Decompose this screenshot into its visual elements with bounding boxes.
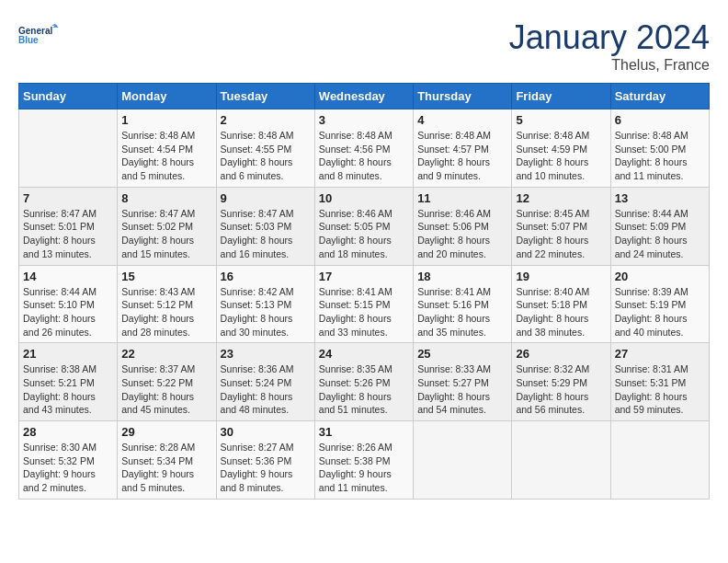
day-info: Sunrise: 8:48 AMSunset: 4:56 PMDaylight:… xyxy=(319,130,392,181)
day-number: 1 xyxy=(121,113,211,127)
svg-text:General: General xyxy=(18,26,52,36)
calendar-cell xyxy=(610,421,709,500)
calendar-cell: 22 Sunrise: 8:37 AMSunset: 5:22 PMDaylig… xyxy=(118,343,216,421)
day-info: Sunrise: 8:46 AMSunset: 5:06 PMDaylight:… xyxy=(417,208,491,259)
day-number: 17 xyxy=(319,270,409,283)
calendar-cell: 6 Sunrise: 8:48 AMSunset: 5:00 PMDayligh… xyxy=(610,109,709,188)
day-info: Sunrise: 8:40 AMSunset: 5:18 PMDaylight:… xyxy=(516,286,589,338)
calendar-cell: 24 Sunrise: 8:35 AMSunset: 5:26 PMDaylig… xyxy=(314,343,413,421)
calendar-cell: 31 Sunrise: 8:26 AMSunset: 5:38 PMDaylig… xyxy=(314,421,413,500)
day-info: Sunrise: 8:35 AMSunset: 5:26 PMDaylight:… xyxy=(319,363,392,415)
svg-text:Blue: Blue xyxy=(18,35,39,45)
svg-marker-1 xyxy=(51,24,57,26)
day-info: Sunrise: 8:47 AMSunset: 5:03 PMDaylight:… xyxy=(221,208,294,259)
calendar-cell: 18 Sunrise: 8:41 AMSunset: 5:16 PMDaylig… xyxy=(414,265,512,343)
day-info: Sunrise: 8:36 AMSunset: 5:24 PMDaylight:… xyxy=(221,363,294,415)
day-number: 26 xyxy=(516,347,606,361)
day-info: Sunrise: 8:32 AMSunset: 5:29 PMDaylight:… xyxy=(516,363,589,415)
calendar-cell: 30 Sunrise: 8:27 AMSunset: 5:36 PMDaylig… xyxy=(216,421,314,500)
day-info: Sunrise: 8:30 AMSunset: 5:32 PMDaylight:… xyxy=(23,442,97,493)
calendar-cell: 3 Sunrise: 8:48 AMSunset: 4:56 PMDayligh… xyxy=(314,109,413,188)
calendar-cell: 11 Sunrise: 8:46 AMSunset: 5:06 PMDaylig… xyxy=(414,187,512,265)
calendar-cell: 9 Sunrise: 8:47 AMSunset: 5:03 PMDayligh… xyxy=(216,187,314,265)
weekday-header: Friday xyxy=(512,84,610,109)
calendar-cell: 21 Sunrise: 8:38 AMSunset: 5:21 PMDaylig… xyxy=(19,343,118,421)
weekday-header: Monday xyxy=(118,84,216,109)
day-number: 29 xyxy=(121,425,211,439)
day-number: 24 xyxy=(319,347,409,361)
day-number: 20 xyxy=(615,270,705,283)
calendar-week-row: 28 Sunrise: 8:30 AMSunset: 5:32 PMDaylig… xyxy=(19,421,710,500)
day-number: 12 xyxy=(516,191,606,205)
day-info: Sunrise: 8:33 AMSunset: 5:27 PMDaylight:… xyxy=(417,363,491,415)
day-info: Sunrise: 8:43 AMSunset: 5:12 PMDaylight:… xyxy=(121,286,195,338)
weekday-header: Saturday xyxy=(610,84,709,109)
day-number: 2 xyxy=(221,113,311,127)
day-info: Sunrise: 8:38 AMSunset: 5:21 PMDaylight:… xyxy=(23,363,97,415)
day-info: Sunrise: 8:42 AMSunset: 5:13 PMDaylight:… xyxy=(221,286,294,338)
calendar-week-row: 1 Sunrise: 8:48 AMSunset: 4:54 PMDayligh… xyxy=(19,109,710,188)
calendar-cell xyxy=(414,421,512,500)
location-title: Thelus, France xyxy=(509,57,710,74)
logo: General Blue xyxy=(18,18,64,55)
calendar-cell: 23 Sunrise: 8:36 AMSunset: 5:24 PMDaylig… xyxy=(216,343,314,421)
calendar-cell: 1 Sunrise: 8:48 AMSunset: 4:54 PMDayligh… xyxy=(118,109,216,188)
day-number: 9 xyxy=(221,191,311,205)
calendar-cell: 15 Sunrise: 8:43 AMSunset: 5:12 PMDaylig… xyxy=(118,265,216,343)
day-info: Sunrise: 8:48 AMSunset: 4:57 PMDaylight:… xyxy=(417,130,491,181)
day-number: 23 xyxy=(221,347,311,361)
day-info: Sunrise: 8:47 AMSunset: 5:01 PMDaylight:… xyxy=(23,208,97,259)
weekday-header: Tuesday xyxy=(216,84,314,109)
calendar-week-row: 7 Sunrise: 8:47 AMSunset: 5:01 PMDayligh… xyxy=(19,187,710,265)
day-info: Sunrise: 8:45 AMSunset: 5:07 PMDaylight:… xyxy=(516,208,589,259)
day-number: 25 xyxy=(417,347,507,361)
calendar-cell: 4 Sunrise: 8:48 AMSunset: 4:57 PMDayligh… xyxy=(414,109,512,188)
logo-svg: General Blue xyxy=(18,18,64,55)
day-info: Sunrise: 8:31 AMSunset: 5:31 PMDaylight:… xyxy=(615,363,688,415)
day-info: Sunrise: 8:27 AMSunset: 5:36 PMDaylight:… xyxy=(221,442,294,493)
day-number: 31 xyxy=(319,425,409,439)
title-area: January 2024 Thelus, France xyxy=(509,18,710,74)
day-info: Sunrise: 8:41 AMSunset: 5:16 PMDaylight:… xyxy=(417,286,491,338)
day-number: 8 xyxy=(121,191,211,205)
weekday-header-row: SundayMondayTuesdayWednesdayThursdayFrid… xyxy=(19,84,710,109)
calendar-cell: 28 Sunrise: 8:30 AMSunset: 5:32 PMDaylig… xyxy=(19,421,118,500)
day-info: Sunrise: 8:39 AMSunset: 5:19 PMDaylight:… xyxy=(615,286,688,338)
day-number: 18 xyxy=(417,270,507,283)
day-info: Sunrise: 8:46 AMSunset: 5:05 PMDaylight:… xyxy=(319,208,392,259)
day-number: 3 xyxy=(319,113,409,127)
day-number: 28 xyxy=(23,425,113,439)
calendar-cell xyxy=(19,109,118,188)
calendar-cell: 25 Sunrise: 8:33 AMSunset: 5:27 PMDaylig… xyxy=(414,343,512,421)
calendar-cell: 10 Sunrise: 8:46 AMSunset: 5:05 PMDaylig… xyxy=(314,187,413,265)
day-info: Sunrise: 8:44 AMSunset: 5:10 PMDaylight:… xyxy=(23,286,97,338)
day-number: 15 xyxy=(121,270,211,283)
weekday-header: Sunday xyxy=(19,84,118,109)
calendar-cell: 26 Sunrise: 8:32 AMSunset: 5:29 PMDaylig… xyxy=(512,343,610,421)
day-info: Sunrise: 8:47 AMSunset: 5:02 PMDaylight:… xyxy=(121,208,195,259)
calendar-week-row: 14 Sunrise: 8:44 AMSunset: 5:10 PMDaylig… xyxy=(19,265,710,343)
day-number: 7 xyxy=(23,191,113,205)
weekday-header: Thursday xyxy=(414,84,512,109)
day-number: 16 xyxy=(221,270,311,283)
day-info: Sunrise: 8:48 AMSunset: 5:00 PMDaylight:… xyxy=(615,130,688,181)
calendar-cell: 29 Sunrise: 8:28 AMSunset: 5:34 PMDaylig… xyxy=(118,421,216,500)
weekday-header: Wednesday xyxy=(314,84,413,109)
calendar-cell: 7 Sunrise: 8:47 AMSunset: 5:01 PMDayligh… xyxy=(19,187,118,265)
day-info: Sunrise: 8:28 AMSunset: 5:34 PMDaylight:… xyxy=(121,442,195,493)
calendar-cell xyxy=(512,421,610,500)
day-number: 30 xyxy=(221,425,311,439)
calendar-cell: 5 Sunrise: 8:48 AMSunset: 4:59 PMDayligh… xyxy=(512,109,610,188)
day-info: Sunrise: 8:41 AMSunset: 5:15 PMDaylight:… xyxy=(319,286,392,338)
day-info: Sunrise: 8:48 AMSunset: 4:59 PMDaylight:… xyxy=(516,130,589,181)
calendar-cell: 14 Sunrise: 8:44 AMSunset: 5:10 PMDaylig… xyxy=(19,265,118,343)
day-info: Sunrise: 8:48 AMSunset: 4:55 PMDaylight:… xyxy=(221,130,294,181)
day-info: Sunrise: 8:44 AMSunset: 5:09 PMDaylight:… xyxy=(615,208,688,259)
day-number: 11 xyxy=(417,191,507,205)
day-number: 6 xyxy=(615,113,705,127)
calendar-cell: 20 Sunrise: 8:39 AMSunset: 5:19 PMDaylig… xyxy=(610,265,709,343)
calendar-cell: 13 Sunrise: 8:44 AMSunset: 5:09 PMDaylig… xyxy=(610,187,709,265)
calendar-week-row: 21 Sunrise: 8:38 AMSunset: 5:21 PMDaylig… xyxy=(19,343,710,421)
day-info: Sunrise: 8:26 AMSunset: 5:38 PMDaylight:… xyxy=(319,442,392,493)
calendar-cell: 17 Sunrise: 8:41 AMSunset: 5:15 PMDaylig… xyxy=(314,265,413,343)
